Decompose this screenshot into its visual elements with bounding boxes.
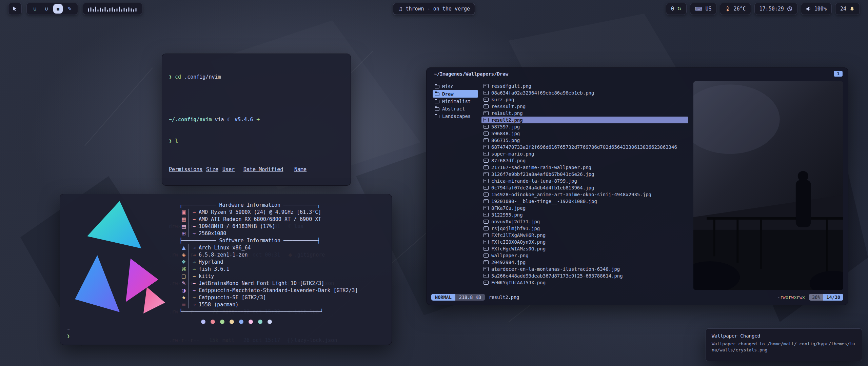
scroll-percent-badge: 36% (809, 294, 823, 301)
arrow-icon: → (193, 287, 196, 294)
file-row[interactable]: 3126f7e9bbf21a8a4af0b67b041c6e26.jpg (481, 171, 688, 178)
image-file-icon (484, 104, 489, 108)
software-item-icon: ◑ (179, 287, 188, 294)
now-playing-title: thrown - on the verge (406, 6, 470, 12)
file-row[interactable]: 587597.jpg (481, 123, 688, 130)
file-row[interactable]: atardecer-en-la-montanas-ilustracion-634… (481, 266, 688, 272)
file-row[interactable]: chica-mirando-la-luna-8799.jpg (481, 178, 688, 184)
file-name: 19201080-__blue-tinge__-1920×1080.jpg (491, 199, 597, 204)
file-row[interactable]: 5a266e448add93deab367d87173e9f25-6837886… (481, 272, 688, 279)
folder-row[interactable]: Misc (433, 83, 478, 90)
notification-title: Wallpaper Changed (712, 333, 856, 339)
cursor-position-badge: 14/38 (823, 294, 843, 301)
file-row[interactable]: 20492984.jpg (481, 259, 688, 266)
file-row[interactable]: 154928-odinokoe_anime-art-anime-okno-sin… (481, 191, 688, 198)
folder-icon (435, 85, 439, 88)
file-row[interactable]: 8FKa7Cu.jpeg (481, 205, 688, 211)
folder-name: Minimalist (442, 99, 471, 104)
workspace-icon: ∪ (33, 6, 37, 12)
file-manager-statusbar: NORMAL 218.8 KB result2.png -rwxrwxrwx 3… (431, 293, 843, 301)
image-file-icon (484, 165, 489, 169)
image-file-icon (484, 240, 489, 244)
keyboard-layout-widget[interactable]: ⌨ US (690, 3, 717, 15)
file-name: wallpaper.png (491, 253, 529, 258)
software-item-icon: ⌘ (179, 266, 188, 273)
software-info-row: ✎ →JetBrainsMono Nerd Font Light 10 [GTK… (179, 280, 386, 287)
notification-popup[interactable]: Wallpaper Changed Wallpaper changed to /… (706, 328, 862, 361)
command-line: ❯ cd .config/nvim (169, 74, 344, 81)
file-row[interactable]: resssult.png (481, 103, 688, 110)
file-row[interactable]: 217167-sad-anime-rain-wallpaper.png (481, 164, 688, 171)
media-player-widget[interactable]: ♫ thrown - on the verge (393, 3, 475, 15)
palette-dot (230, 320, 234, 324)
file-row[interactable]: 68747470733a2f2f696d616765732d7769786d70… (481, 144, 688, 150)
prompt-caret: ❯ (169, 74, 172, 80)
file-row[interactable]: result2.png (481, 117, 688, 123)
file-name: rsjqojlmjhf91.jpg (491, 226, 540, 231)
hardware-item-icon: ⊞ (179, 230, 188, 237)
software-item-value: JetBrainsMono Nerd Font Light 10 [GTK2/3… (199, 280, 324, 287)
tab-badge[interactable]: 1 (834, 71, 843, 77)
shell-prompt[interactable]: ~ ❯ (67, 326, 70, 340)
system-tray: 0 ↻ ⌨ US 26°C 17:50:29 100% (666, 3, 860, 15)
file-name: FXfcII0X0AQyn9X.png (491, 239, 546, 245)
file-row[interactable]: super-mario.png (481, 150, 688, 157)
notifications-widget[interactable]: 24 (835, 3, 860, 15)
file-row[interactable]: FXfcJlTXgAMvH6R.png (481, 232, 688, 239)
folder-row[interactable]: Draw (433, 90, 478, 98)
software-item-icon: ❖ (179, 259, 188, 266)
file-row[interactable]: 3122955.png (481, 211, 688, 218)
file-row[interactable]: 866715.png (481, 137, 688, 144)
workspace-button[interactable]: ▪ (53, 4, 63, 14)
fetch-terminal-window[interactable]: ┌─────────── Hardware Information ──────… (60, 194, 392, 345)
image-preview-pane[interactable] (693, 81, 843, 290)
image-file-icon (484, 131, 489, 136)
file-manager-window[interactable]: ~/Imagenes/Wallpapers/Draw 1 Misc Draw M… (426, 67, 848, 305)
folder-row[interactable]: Minimalist (433, 98, 478, 105)
workspace-button[interactable]: ∪ (30, 4, 40, 14)
file-row[interactable]: 0c794faf07de24a4db4d4fb1eb813964.jpg (481, 184, 688, 191)
software-item-value: 6.5.8-zen1-1-zen (199, 251, 248, 259)
volume-widget[interactable]: 100% (801, 3, 832, 15)
file-row[interactable]: wallpaper.png (481, 252, 688, 259)
keyboard-layout: US (705, 6, 711, 12)
clock-widget[interactable]: 17:50:29 (754, 3, 797, 15)
terminal-window[interactable]: ❯ cd .config/nvim ~/.config/nvim via ☾ v… (162, 54, 351, 186)
file-row[interactable]: 19201080-__blue-tinge__-1920×1080.jpg (481, 198, 688, 205)
arrow-icon: → (193, 259, 196, 266)
pane-divider (691, 81, 691, 290)
file-row[interactable]: FXfcII0X0AQyn9X.png (481, 239, 688, 245)
file-row[interactable]: 596848.jpg (481, 130, 688, 137)
file-row[interactable]: kurz.png (481, 96, 688, 103)
software-item-value: 1558 (pacman) (199, 301, 238, 308)
file-name: 87r687df.png (491, 158, 526, 163)
software-item-icon: ★ (179, 294, 188, 301)
workspace-button[interactable]: ∪ (42, 4, 51, 14)
audio-visualizer-widget[interactable] (83, 3, 142, 15)
file-name: 08a634fa02a32364f69ebc86a98eb1eb.png (491, 90, 594, 96)
image-file-icon (484, 206, 489, 210)
updates-widget[interactable]: 0 ↻ (666, 3, 687, 15)
software-info-row: ◑ →Catppuccin-Macchiato-Standard-Lavende… (179, 287, 386, 294)
file-row[interactable]: 87r687df.png (481, 157, 688, 164)
file-row[interactable]: ressdfgult.png (481, 83, 688, 89)
file-row[interactable]: FXfcHgcWIAMzs0G.png (481, 245, 688, 252)
workspace-button[interactable]: ✎ (65, 4, 74, 14)
file-row[interactable]: rsjqojlmjhf91.jpg (481, 225, 688, 232)
folder-row[interactable]: Landscapes (433, 113, 478, 120)
folder-row[interactable]: Abstract (433, 105, 478, 113)
launcher-button[interactable] (8, 3, 22, 15)
hardware-item-value: AMD ATI Radeon RX 6800/6800 XT / 6900 XT (199, 216, 321, 223)
file-row[interactable]: EeNKYgIUcAAJ5JX.png (481, 279, 688, 286)
speaker-icon (806, 6, 811, 12)
file-row[interactable]: re1sult.png (481, 110, 688, 117)
file-row[interactable]: nnvuv0xj2df71.jpg (481, 218, 688, 225)
folder-name: Abstract (442, 106, 465, 111)
image-file-icon (484, 199, 489, 203)
software-info-row: ▢ →kitty (179, 273, 386, 280)
image-file-icon (484, 98, 489, 102)
software-item-value: Arch Linux x86_64 (199, 244, 251, 251)
mode-badge: NORMAL (431, 294, 455, 301)
temperature-widget[interactable]: 26°C (720, 3, 751, 15)
file-row[interactable]: 08a634fa02a32364f69ebc86a98eb1eb.png (481, 89, 688, 96)
